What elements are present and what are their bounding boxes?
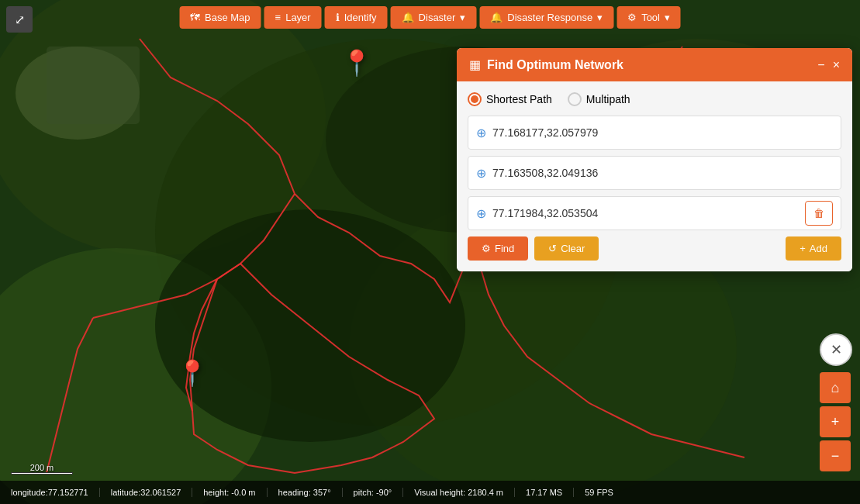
coord-icon-3: ⊕ — [476, 206, 486, 221]
panel-title: Find Optimum Network — [487, 58, 623, 72]
left-actions: ⚙ Find ↺ Clear — [468, 236, 599, 261]
panel-body: Shortest Path Multipath ⊕ ⊕ ⊕ 🗑 — [457, 81, 852, 271]
coord-input-2[interactable] — [492, 167, 833, 179]
disaster-label: Disaster — [419, 12, 456, 23]
fps2-value: 59 FPS — [585, 488, 613, 497]
action-row: ⚙ Find ↺ Clear + Add — [468, 236, 841, 261]
find-btn-icon: ⚙ — [482, 243, 491, 254]
coord-row-1: ⊕ — [468, 116, 841, 150]
visual-height-label: Visual height: — [414, 488, 465, 497]
fps-value: 17.17 MS — [526, 488, 562, 497]
panel-minimize-button[interactable]: − — [817, 59, 824, 71]
coord-row-2: ⊕ — [468, 156, 841, 190]
zoom-out-button[interactable]: − — [820, 440, 851, 471]
delete-coord-button[interactable]: 🗑 — [805, 201, 833, 226]
height-label: height: — [203, 488, 229, 497]
disaster-button[interactable]: 🔔 Disaster ▾ — [391, 6, 477, 29]
latitude-status: latitude:32.061527 — [100, 488, 193, 497]
zoom-in-button[interactable]: + — [820, 406, 851, 437]
add-btn-icon: + — [800, 243, 806, 254]
panel-title-area: ▦ Find Optimum Network — [469, 57, 623, 72]
coord-icon-1: ⊕ — [476, 126, 486, 140]
disaster-response-icon: 🔔 — [490, 12, 503, 23]
toolbar: 🗺 Base Map ≡ Layer ℹ Identify 🔔 Disaster… — [179, 6, 681, 29]
clear-btn-label: Clear — [561, 243, 585, 254]
pitch-value: -90° — [376, 488, 392, 497]
home-icon: ⌂ — [831, 380, 840, 396]
home-button[interactable]: ⌂ — [820, 372, 851, 403]
find-btn-label: Find — [495, 243, 514, 254]
latitude-label: latitude: — [111, 488, 141, 497]
status-bar: longitude:77.152771 latitude:32.061527 h… — [0, 481, 860, 504]
basemap-label: Base Map — [205, 12, 250, 23]
tool-dropdown-icon: ▾ — [665, 12, 670, 23]
svg-rect-7 — [47, 47, 140, 124]
layer-label: Layer — [285, 12, 311, 23]
heading-value: 357° — [313, 488, 331, 497]
panel-title-icon: ▦ — [469, 57, 481, 72]
pitch-label: pitch: — [354, 488, 374, 497]
scale-bar: 200 m — [11, 463, 73, 475]
disaster-response-label: Disaster Response — [507, 12, 592, 23]
fps-status: 17.17 MS — [515, 488, 574, 497]
path-type-radio-group: Shortest Path Multipath — [468, 92, 841, 106]
shortest-path-option[interactable]: Shortest Path — [468, 92, 552, 106]
fullscreen-icon: ⤢ — [15, 12, 25, 27]
disaster-icon: 🔔 — [402, 12, 414, 23]
compass-icon: ✕ — [831, 341, 842, 358]
layer-button[interactable]: ≡ Layer — [264, 6, 322, 29]
latitude-value: 32.061527 — [140, 488, 181, 497]
disaster-dropdown-icon: ▾ — [460, 12, 465, 23]
coord-input-1[interactable] — [492, 126, 833, 139]
coord-row-3: ⊕ 🗑 — [468, 196, 841, 230]
height-status: height: -0.0 m — [192, 488, 267, 497]
coord-input-3[interactable] — [492, 207, 799, 219]
heading-label: heading: — [278, 488, 311, 497]
layer-icon: ≡ — [275, 12, 281, 23]
map-pin-3: 📍 — [177, 358, 208, 388]
pitch-status: pitch: -90° — [343, 488, 404, 497]
scale-label: 200 m — [11, 463, 73, 472]
longitude-status: longitude:77.152771 — [11, 488, 100, 497]
tool-icon: ⚙ — [627, 12, 637, 23]
visual-height-value: 2180.4 m — [468, 488, 503, 497]
tool-label: Tool — [641, 12, 660, 23]
clear-btn-icon: ↺ — [548, 243, 557, 254]
zoom-in-icon: + — [831, 414, 840, 430]
map-pin-1: 📍 — [341, 48, 372, 78]
identify-icon: ℹ — [336, 12, 340, 23]
identify-label: Identify — [344, 12, 377, 23]
heading-status: heading: 357° — [268, 488, 343, 497]
disaster-response-dropdown-icon: ▾ — [597, 12, 603, 23]
add-button[interactable]: + Add — [786, 236, 841, 261]
tool-button[interactable]: ⚙ Tool ▾ — [617, 6, 681, 29]
scale-line — [11, 472, 73, 475]
multipath-radio[interactable] — [568, 92, 582, 106]
zoom-out-icon: − — [831, 448, 840, 464]
find-button[interactable]: ⚙ Find — [468, 236, 528, 261]
clear-button[interactable]: ↺ Clear — [534, 236, 599, 261]
map-controls: ✕ ⌂ + − — [820, 333, 852, 471]
longitude-value: 77.152771 — [48, 488, 88, 497]
disaster-response-button[interactable]: 🔔 Disaster Response ▾ — [479, 6, 613, 29]
height-value: -0.0 m — [231, 488, 255, 497]
find-optimum-network-panel: ▦ Find Optimum Network − × Shortest Path… — [457, 48, 852, 271]
shortest-path-radio[interactable] — [468, 92, 482, 106]
identify-button[interactable]: ℹ Identify — [325, 6, 388, 29]
fps2-status: 59 FPS — [574, 488, 624, 497]
panel-controls: − × — [817, 59, 840, 71]
visual-height-status: Visual height: 2180.4 m — [403, 488, 515, 497]
basemap-icon: 🗺 — [190, 12, 200, 23]
shortest-path-label: Shortest Path — [486, 93, 552, 105]
compass-button[interactable]: ✕ — [820, 333, 852, 366]
delete-icon: 🗑 — [813, 207, 824, 219]
longitude-label: longitude: — [11, 488, 48, 497]
add-btn-label: Add — [810, 243, 827, 254]
panel-header: ▦ Find Optimum Network − × — [457, 48, 852, 81]
coord-icon-2: ⊕ — [476, 166, 486, 181]
basemap-button[interactable]: 🗺 Base Map — [179, 6, 261, 29]
panel-close-button[interactable]: × — [833, 59, 840, 71]
multipath-option[interactable]: Multipath — [568, 92, 630, 106]
fullscreen-button[interactable]: ⤢ — [6, 6, 33, 33]
multipath-label: Multipath — [586, 93, 630, 105]
